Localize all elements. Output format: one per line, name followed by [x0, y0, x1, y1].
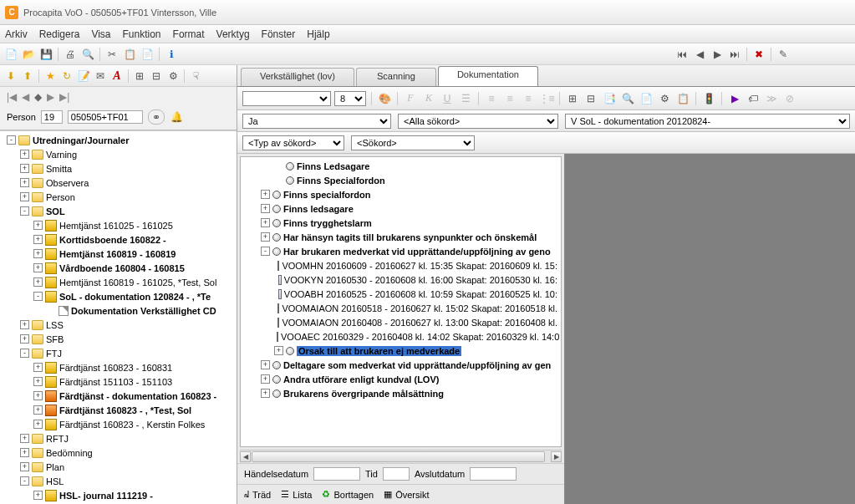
tree-node[interactable]: +Färdtjänst - dokumentation 160823 -: [0, 389, 237, 403]
tree-node[interactable]: -SoL - dokumentation 120824 - , *Te: [0, 289, 237, 303]
align-left-icon[interactable]: ≡: [484, 91, 499, 106]
star-icon[interactable]: ★: [43, 69, 58, 84]
filter-type[interactable]: <Typ av sökord>: [242, 135, 344, 150]
expand-icon[interactable]: +: [33, 277, 43, 287]
bullets-icon[interactable]: ⋮≡: [539, 91, 554, 106]
menu-visa[interactable]: Visa: [91, 28, 110, 40]
tree-node[interactable]: +Person: [0, 190, 237, 204]
copy-icon[interactable]: 📋: [122, 47, 137, 62]
expand-icon[interactable]: -: [7, 135, 16, 145]
tree-node[interactable]: +Korttidsboende 160822 -: [0, 232, 237, 247]
avslutdatum-input[interactable]: [470, 467, 517, 481]
tree-node[interactable]: -Har brukaren medverkat vid upprättande/…: [241, 244, 561, 258]
tree-node[interactable]: +Hemtjänst 161025 - 161025: [0, 218, 237, 232]
check-icon[interactable]: ⊘: [782, 91, 797, 106]
paste-icon[interactable]: 📄: [140, 47, 155, 62]
tree-node[interactable]: -HSL: [0, 474, 237, 488]
tree-node[interactable]: VOOAEC 20160329 - 20160408 kl. 14:02 Ska…: [241, 329, 561, 344]
expand-icon[interactable]: -: [20, 206, 29, 216]
expand-icon[interactable]: +: [33, 377, 43, 386]
expand-icon[interactable]: +: [261, 204, 270, 213]
print-icon[interactable]: 🖨: [63, 47, 78, 62]
forward-icon[interactable]: ≫: [764, 91, 779, 106]
strike-icon[interactable]: ☰: [458, 91, 473, 106]
expand-icon[interactable]: +: [20, 192, 29, 201]
tree-expand-icon[interactable]: ⊞: [132, 69, 147, 84]
tab-scanning[interactable]: Scanning: [356, 68, 436, 86]
nav-last-icon[interactable]: ⏭: [727, 47, 742, 62]
tree-node[interactable]: +Hemtjänst 160819 - 161025, *Test, Sol: [0, 275, 237, 289]
attach-icon[interactable]: A: [109, 69, 125, 84]
page-icon[interactable]: 📄: [639, 91, 654, 106]
tree-node[interactable]: +Färdtjänst 160823 - 160831: [0, 360, 237, 374]
expand-icon[interactable]: +: [261, 218, 270, 227]
expand-icon[interactable]: +: [20, 462, 29, 471]
scroll-thumb[interactable]: [252, 451, 545, 462]
expand-icon[interactable]: +: [20, 164, 29, 173]
tree-collapse-icon[interactable]: ⊟: [149, 69, 164, 84]
menu-arkiv[interactable]: Arkiv: [5, 28, 28, 40]
expand-icon[interactable]: +: [33, 221, 43, 230]
tree-node[interactable]: +Finns trygghetslarm: [241, 216, 561, 230]
tool2-icon[interactable]: 📋: [675, 91, 690, 106]
expand-icon[interactable]: +: [20, 178, 29, 187]
sign-icon[interactable]: ✎: [776, 47, 791, 62]
nav-prev-icon[interactable]: ◀: [692, 47, 707, 62]
expand-icon[interactable]: +: [33, 391, 43, 400]
filter-ja[interactable]: Ja: [242, 114, 391, 129]
tree-node[interactable]: VOOKYN 20160530 - 20160608 kl. 16:00 Ska…: [241, 272, 561, 287]
scroll-right-icon[interactable]: ▶: [551, 451, 562, 462]
tree-node[interactable]: +HSL- journal 111219 -: [0, 488, 237, 502]
cross-icon[interactable]: ✖: [751, 47, 766, 62]
rec-prev-icon[interactable]: ◀: [22, 91, 29, 103]
document-tree[interactable]: Finns LedsagareFinns Specialfordon+Finns…: [240, 156, 562, 447]
align-center-icon[interactable]: ≡: [502, 91, 517, 106]
tree-node[interactable]: -Utredningar/Journaler: [0, 133, 237, 147]
expand-icon[interactable]: +: [274, 346, 283, 355]
rec-next-icon[interactable]: ▶: [47, 91, 54, 103]
expand-all-icon[interactable]: ⊞: [565, 91, 580, 106]
traffic-icon[interactable]: 🚦: [701, 91, 716, 106]
expand-icon[interactable]: +: [33, 235, 43, 244]
tree-node[interactable]: +Finns ledsagare: [241, 201, 561, 216]
expand-icon[interactable]: +: [33, 420, 43, 429]
tree-node[interactable]: +Hemtjänst 160819 - 160819: [0, 247, 237, 261]
menu-redigera[interactable]: Redigera: [39, 28, 80, 40]
nav-next-icon[interactable]: ▶: [710, 47, 725, 62]
tree-node[interactable]: +Färdtjänst 160823 - , Kerstin Folkes: [0, 417, 237, 431]
tree-node[interactable]: VOOMAIAON 20160408 - 20160627 kl. 13:00 …: [241, 315, 561, 329]
scroll-left-icon[interactable]: ◀: [240, 451, 251, 462]
tid-input[interactable]: [383, 467, 410, 481]
tree-node[interactable]: +Färdtjänst 160823 - , *Test, Sol: [0, 403, 237, 417]
expand-icon[interactable]: +: [261, 360, 270, 369]
tree-node[interactable]: +SFB: [0, 332, 237, 346]
person-num-input[interactable]: [41, 110, 63, 124]
tree-node[interactable]: VOOABH 20160525 - 20160608 kl. 10:59 Ska…: [241, 287, 561, 301]
tree-node[interactable]: Finns Specialfordon: [241, 173, 561, 187]
info-icon[interactable]: ℹ: [164, 47, 179, 62]
tree-node[interactable]: -FTJ: [0, 346, 237, 360]
save-icon[interactable]: 💾: [38, 47, 53, 62]
note-icon[interactable]: 📝: [76, 69, 91, 84]
filter-icon[interactable]: ⚙: [165, 69, 181, 84]
tab-dokumentation[interactable]: Dokumentation: [438, 66, 538, 86]
down-icon[interactable]: ⬇: [3, 69, 18, 84]
filter-doc[interactable]: V SoL - dokumentation 20120824-: [565, 114, 850, 129]
rec-first-icon[interactable]: |◀: [7, 91, 17, 103]
refresh-icon[interactable]: ↻: [59, 69, 74, 84]
color-icon[interactable]: 🎨: [377, 91, 392, 106]
tree-node[interactable]: +Andra utförare enligt kundval (LOV): [241, 372, 561, 386]
tree-node[interactable]: +Har hänsyn tagits till brukarens synpun…: [241, 230, 561, 244]
mail-icon[interactable]: ✉: [93, 69, 108, 84]
view-trad[interactable]: ᖹTräd: [244, 489, 271, 500]
open-icon[interactable]: 📂: [21, 47, 36, 62]
view-oversikt[interactable]: ▦Översikt: [384, 489, 429, 500]
tree-node[interactable]: +LSS: [0, 318, 237, 332]
tree-node[interactable]: +Deltagare som medverkat vid upprättande…: [241, 358, 561, 372]
menu-fonster[interactable]: Fönster: [262, 28, 296, 40]
expand-icon[interactable]: +: [261, 232, 270, 242]
expand-icon[interactable]: +: [33, 405, 43, 415]
h-scrollbar[interactable]: ◀ ▶: [240, 450, 562, 463]
expand-icon[interactable]: +: [261, 374, 270, 384]
tree-node[interactable]: +Färdtjänst 151103 - 151103: [0, 374, 237, 389]
